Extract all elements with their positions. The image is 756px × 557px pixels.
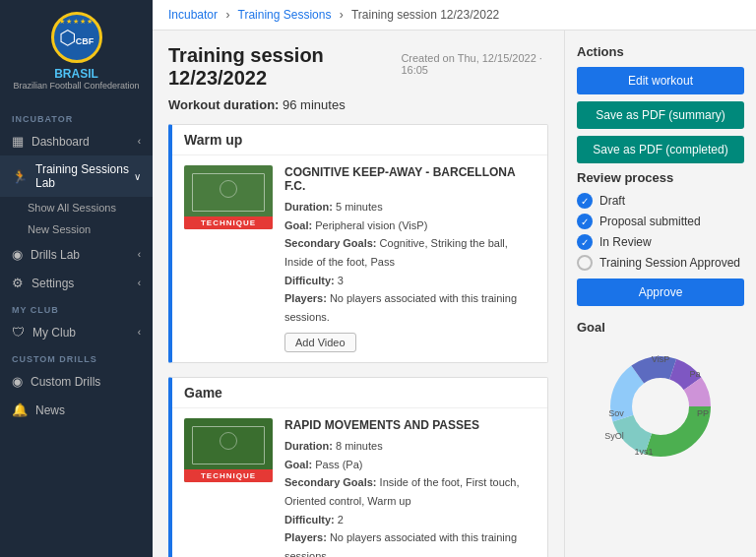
check-icon: ✓ [577,214,593,229]
breadcrumb: Incubator › Training Sessions › Training… [153,0,756,31]
edit-workout-button[interactable]: Edit workout [577,67,744,94]
add-video-button[interactable]: Add Video [284,333,356,352]
section-label-incubator: INCUBATOR [0,106,153,127]
duration-label: Duration: [284,440,333,452]
exercise-thumbnail: TECHNIQUE [184,165,273,229]
breadcrumb-sep: › [340,8,344,22]
label-syol: SyOl [604,431,624,441]
exercise-name: RAPID MOVEMENTS AND PASSES [284,418,536,432]
page-title: Training session 12/23/2022 [168,44,391,90]
created-on: Created on Thu, 12/15/2022 · 16:05 [401,52,548,76]
sidebar-item-custom-drills[interactable]: ◉ Custom Drills [0,367,153,396]
players-label: Players: [284,292,327,304]
sidebar-logo: ★★★★★ ⬡ CBF BRASIL Brazilian Football Co… [0,0,153,106]
review-section: Review process ✓ Draft ✓ Proposal submit… [577,170,744,306]
donut-chart-svg: VisP Pa PP Sov SyOl 1vs1 [582,342,739,470]
review-item-draft: ✓ Draft [577,193,744,209]
review-item-label: Training Session Approved [599,256,740,270]
sidebar-item-settings[interactable]: ⚙ Settings ‹ [0,269,153,297]
label-pa: Pa [689,369,700,379]
sidebar-item-dashboard[interactable]: ▦ Dashboard ‹ [0,127,153,155]
goal-label: Goal: [284,459,315,470]
section-label-my-club: MY CLUB [0,297,153,318]
sidebar-item-my-club[interactable]: 🛡 My Club ‹ [0,318,153,346]
arrow-icon: ∨ [134,171,141,182]
right-panel: Actions Edit workout Save as PDF (summar… [564,31,756,557]
custom-drills-icon: ◉ [12,374,23,389]
sidebar: ★★★★★ ⬡ CBF BRASIL Brazilian Football Co… [0,0,153,557]
news-icon: 🔔 [12,402,28,417]
dashboard-icon: ▦ [12,134,24,149]
logo-cbf: CBF [76,36,94,46]
field-center [220,180,237,198]
secondary-goals-label: Secondary Goals: [284,476,380,488]
drills-icon: ◉ [12,247,23,262]
breadcrumb-item[interactable]: Training Sessions [238,8,332,22]
section-label-custom-drills: CUSTOM DRILLS [0,346,153,367]
sidebar-country: BRASIL [54,67,98,81]
sidebar-item-news[interactable]: 🔔 News [0,396,153,424]
label-pp: PP [697,408,709,418]
arrow-icon: ‹ [138,136,141,147]
breadcrumb-item[interactable]: Incubator [168,8,218,22]
training-icon: 🏃 [12,169,28,184]
sidebar-sub-new-session[interactable]: New Session [0,218,153,240]
review-item-approved: Training Session Approved [577,255,744,271]
sidebar-item-label: Settings [32,277,74,290]
sidebar-item-drills-lab[interactable]: ◉ Drills Lab ‹ [0,240,153,269]
arrow-icon: ‹ [138,327,141,338]
settings-icon: ⚙ [12,276,24,290]
check-icon: ✓ [577,234,593,250]
section-warm-up: Warm up TECHNIQUE COGNITIVE KEEP-AWAY - … [168,124,548,363]
workout-duration-label: Workout duration: [168,97,279,112]
arrow-icon: ‹ [138,249,141,260]
label-visp: VisP [652,354,669,364]
main-panel: Incubator › Training Sessions › Training… [153,0,756,557]
technique-badge: TECHNIQUE [184,469,273,482]
sidebar-item-label: Training Sessions Lab [35,162,134,190]
sidebar-sub-show-all[interactable]: Show All Sessions [0,197,153,218]
arrow-icon: ‹ [138,278,141,288]
sidebar-subtitle: Brazilian Football Confederation [13,81,139,91]
section-header: Warm up [172,125,547,155]
logo-shield: ⬡ [59,28,76,47]
approve-button[interactable]: Approve [577,278,744,306]
check-icon: ✓ [577,193,593,209]
review-item-proposal: ✓ Proposal submitted [577,214,744,229]
label-1vs1: 1vs1 [634,447,653,457]
club-icon: 🛡 [12,325,25,340]
field-center [220,432,237,450]
duration-value: 8 minutes [336,440,383,452]
exercise-thumbnail: TECHNIQUE [184,418,273,482]
technique-badge: TECHNIQUE [184,217,273,229]
section-game: Game TECHNIQUE RAPID MOVEMENTS AND PASSE… [168,377,548,557]
goal-chart: VisP Pa PP Sov SyOl 1vs1 [577,342,744,470]
page-title-row: Training session 12/23/2022 Created on T… [168,44,548,90]
sidebar-item-label: Custom Drills [31,375,100,389]
difficulty-label: Difficulty: [284,275,335,286]
save-pdf-completed-button[interactable]: Save as PDF (completed) [577,136,744,163]
save-pdf-summary-button[interactable]: Save as PDF (summary) [577,101,744,129]
section-header: Game [172,378,547,408]
goal-label: Goal: [284,219,315,231]
exercise-name: COGNITIVE KEEP-AWAY - BARCELLONA F.C. [284,165,536,193]
difficulty-value: 3 [338,275,344,286]
review-item-in-review: ✓ In Review [577,234,744,250]
workout-duration-value: 96 minutes [283,97,346,112]
exercise-row: TECHNIQUE COGNITIVE KEEP-AWAY - BARCELLO… [172,155,547,362]
sidebar-item-label: Dashboard [32,135,90,149]
goal-value: Peripheral vision (VisP) [315,219,427,231]
exercise-row: TECHNIQUE RAPID MOVEMENTS AND PASSES Dur… [172,408,547,557]
center-panel: Training session 12/23/2022 Created on T… [153,31,564,557]
players-label: Players: [284,531,327,543]
sidebar-item-label: My Club [32,326,76,340]
exercise-details: COGNITIVE KEEP-AWAY - BARCELLONA F.C. Du… [284,165,536,352]
label-sov: Sov [608,408,624,418]
exercise-info: Duration: 5 minutes Goal: Peripheral vis… [284,198,536,327]
sidebar-item-label: Drills Lab [31,248,80,262]
review-item-label: Proposal submitted [599,215,701,228]
logo-stars: ★★★★★ [59,18,94,26]
sidebar-item-training-sessions[interactable]: 🏃 Training Sessions Lab ∨ [0,155,153,197]
secondary-goals-label: Secondary Goals: [284,237,380,249]
actions-title: Actions [577,44,744,59]
